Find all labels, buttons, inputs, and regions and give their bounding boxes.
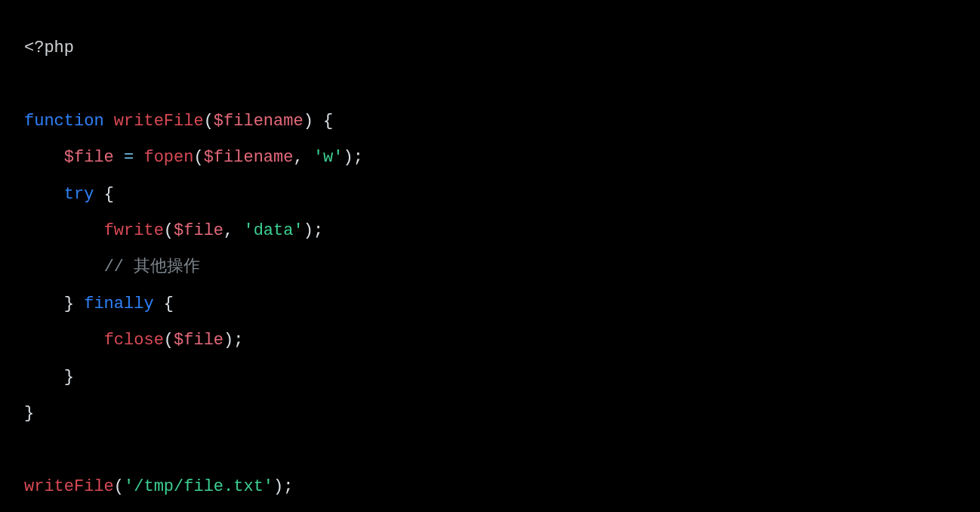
code-token: '/tmp/file.txt' [124, 477, 273, 496]
code-token: , [293, 148, 303, 167]
code-token: = [124, 148, 134, 167]
code-token [94, 185, 103, 204]
code-token: ( [114, 477, 124, 496]
code-token: ( [164, 221, 174, 240]
code-line: fwrite($file, 'data'); [24, 221, 323, 240]
code-token: $file [174, 221, 223, 240]
code-token [24, 331, 104, 350]
code-token: ); [273, 477, 293, 496]
code-token: $file [64, 148, 114, 167]
code-token [134, 148, 143, 167]
code-token: 'w' [313, 148, 344, 167]
code-token: ( [204, 112, 214, 131]
code-line: } [24, 368, 74, 387]
code-line: } [24, 404, 34, 423]
code-token: try [64, 185, 94, 204]
code-token: { [323, 112, 333, 131]
code-token: $filename [204, 148, 294, 167]
code-token: writeFile [24, 477, 114, 496]
code-token: ); [304, 221, 323, 240]
code-token [114, 148, 124, 167]
code-token [24, 295, 64, 313]
code-token: { [104, 185, 114, 204]
code-line: writeFile('/tmp/file.txt'); [24, 477, 293, 496]
code-line: <?php [24, 39, 74, 57]
code-token [24, 221, 104, 240]
code-token: ( [193, 148, 203, 167]
code-token: ); [223, 331, 243, 350]
code-line: fclose($file); [24, 331, 243, 350]
code-token: writeFile [114, 112, 204, 131]
code-token [74, 295, 84, 313]
code-token: <?php [24, 39, 74, 57]
code-token: ) [304, 112, 313, 131]
code-token: { [164, 295, 174, 313]
code-line: try { [24, 185, 114, 204]
code-token: fopen [143, 148, 193, 167]
code-token [304, 148, 313, 167]
code-token: ); [344, 148, 363, 167]
code-token: , [223, 221, 233, 240]
code-token: $filename [214, 112, 304, 131]
code-token [24, 368, 64, 387]
code-line: } finally { [24, 295, 174, 313]
code-token [24, 148, 64, 167]
code-line: $file = fopen($filename, 'w'); [24, 148, 363, 167]
code-token [313, 112, 323, 131]
code-token: $file [174, 331, 223, 350]
code-token: // 其他操作 [104, 258, 201, 276]
code-token: fclose [104, 331, 164, 350]
code-token: } [64, 368, 74, 387]
code-token: 'data' [243, 221, 303, 240]
code-token [24, 258, 104, 276]
code-token: finally [84, 295, 153, 313]
code-token [154, 295, 164, 313]
code-token: ( [164, 331, 174, 350]
code-token [24, 185, 64, 204]
code-token [233, 221, 243, 240]
code-token: fwrite [104, 221, 164, 240]
code-token: } [24, 404, 34, 423]
code-token: } [64, 295, 74, 313]
code-line: // 其他操作 [24, 258, 200, 276]
code-token [104, 112, 114, 131]
code-block: <?php function writeFile($filename) { $f… [0, 0, 980, 512]
code-token: function [24, 112, 104, 131]
code-line: function writeFile($filename) { [24, 112, 333, 131]
